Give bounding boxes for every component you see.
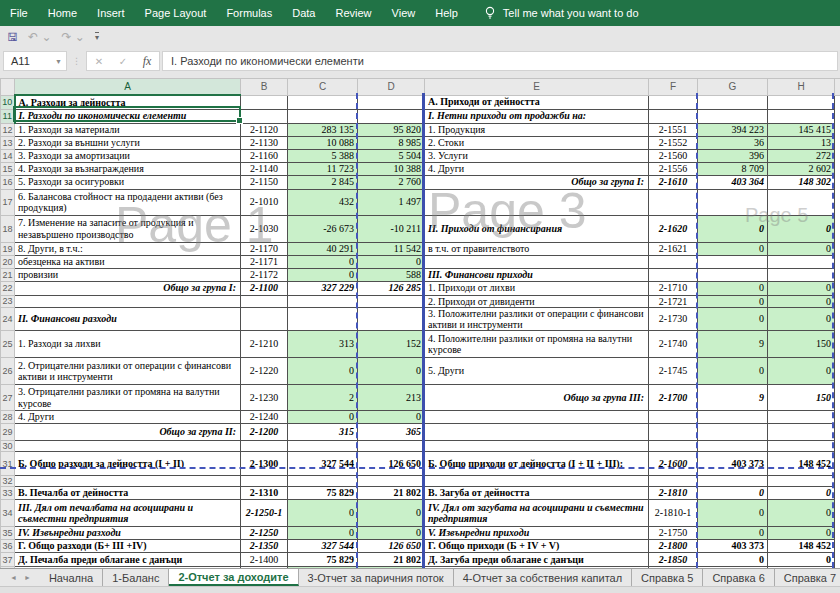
cell-B15[interactable]: 2-1140 [241, 162, 288, 175]
cell-G10[interactable] [698, 95, 768, 109]
cell-B19[interactable]: 2-1170 [241, 242, 288, 255]
sheet-tab-3-отчет-за-паричния-поток[interactable]: 3-Отчет за паричния поток [299, 569, 454, 586]
cell-D25[interactable]: 152 [358, 331, 425, 358]
cell-B22[interactable]: 2-1100 [241, 281, 288, 295]
cell-A18[interactable]: 7. Изменение на запасите от продукция и … [15, 215, 241, 242]
cell-G18[interactable]: 0 [698, 215, 768, 242]
cell-E30[interactable] [425, 441, 649, 452]
cell-G23[interactable]: 0 [698, 295, 768, 307]
cell-G14[interactable]: 396 [698, 149, 768, 162]
cell-F11[interactable] [649, 109, 698, 123]
cell-A24[interactable]: II. Финансови разходи [15, 307, 241, 330]
cell-C11[interactable] [288, 109, 358, 123]
cell-E24[interactable]: 3. Положителни разлики от операции с фин… [425, 307, 649, 330]
row-header-25[interactable]: 25 [1, 331, 15, 358]
cell-A28[interactable]: 4. Други [15, 411, 241, 424]
cell-G17[interactable] [698, 189, 768, 215]
cell-H34[interactable]: 0 [768, 500, 835, 527]
cell-A35[interactable]: IV. Извънредни разходи [15, 527, 241, 540]
ribbon-tab-home[interactable]: Home [38, 0, 87, 26]
cell-C19[interactable]: 40 291 [288, 242, 358, 255]
cell-F18[interactable]: 2-1620 [649, 215, 698, 242]
cell-E32[interactable] [425, 476, 649, 487]
cell-G28[interactable] [698, 411, 768, 424]
cell-G32[interactable] [698, 476, 768, 487]
cell-H29[interactable] [768, 424, 835, 441]
cell-G15[interactable]: 8 709 [698, 162, 768, 175]
row-header-36[interactable]: 36 [1, 540, 15, 553]
cancel-icon[interactable]: ✕ [87, 56, 111, 67]
cell-D31[interactable]: 126 650 [358, 452, 425, 476]
column-header-A[interactable]: A [15, 79, 241, 96]
cell-B24[interactable] [241, 307, 288, 330]
cell-F36[interactable]: 2-1800 [649, 540, 698, 553]
cell-E35[interactable]: V. Извънредни приходи [425, 527, 649, 540]
cell-F25[interactable]: 2-1740 [649, 331, 698, 358]
cell-D37[interactable]: 21 802 [358, 553, 425, 567]
cell-A19[interactable]: 8. Други, в т.ч.: [15, 242, 241, 255]
row-header-23[interactable]: 23 [1, 295, 15, 307]
cell-C26[interactable]: 0 [288, 358, 358, 385]
cell-F38[interactable] [649, 567, 698, 568]
cell-B35[interactable]: 2-1250 [241, 527, 288, 540]
cell-D28[interactable]: 0 [358, 411, 425, 424]
cell-B23[interactable] [241, 295, 288, 307]
cell-E28[interactable] [425, 411, 649, 424]
cell-E26[interactable]: 5. Други [425, 358, 649, 385]
cell-B12[interactable]: 2-1120 [241, 123, 288, 136]
cell-B11[interactable] [241, 109, 288, 123]
sheet-tab-4-отчет-за-собствения-капитал[interactable]: 4-Отчет за собствения капитал [454, 569, 632, 586]
cell-C34[interactable]: 0 [288, 500, 358, 527]
column-header-H[interactable]: H [768, 79, 835, 96]
cell-D17[interactable]: 1 497 [358, 189, 425, 215]
cell-C30[interactable] [288, 441, 358, 452]
ribbon-tab-file[interactable]: File [0, 0, 38, 26]
cell-A23[interactable] [15, 295, 241, 307]
cell-H37[interactable]: 0 [768, 553, 835, 567]
cell-A10[interactable]: А. Разходи за дейността [15, 95, 241, 109]
row-header-15[interactable]: 15 [1, 162, 15, 175]
sheet-nav-left-icon[interactable]: ◄ [10, 574, 17, 581]
cell-A21[interactable]: провизии [15, 268, 241, 281]
row-header-18[interactable]: 18 [1, 215, 15, 242]
cell-C12[interactable]: 283 135 [288, 123, 358, 136]
cell-B37[interactable]: 2-1400 [241, 553, 288, 567]
cell-G20[interactable] [698, 255, 768, 268]
cell-F26[interactable]: 2-1745 [649, 358, 698, 385]
cell-A25[interactable]: 1. Разходи за лихви [15, 331, 241, 358]
cell-E20[interactable] [425, 255, 649, 268]
ribbon-tab-page-layout[interactable]: Page Layout [135, 0, 217, 26]
cell-D34[interactable]: 0 [358, 500, 425, 527]
cell-H17[interactable] [768, 189, 835, 215]
cell-G25[interactable]: 9 [698, 331, 768, 358]
cell-E36[interactable]: Г. Общо приходи (Б + IV + V) [425, 540, 649, 553]
sheet-tab-начална[interactable]: Начална [40, 569, 103, 586]
cell-C18[interactable]: -26 673 [288, 215, 358, 242]
cell-F28[interactable] [649, 411, 698, 424]
row-header-22[interactable]: 22 [1, 281, 15, 295]
cell-F20[interactable] [649, 255, 698, 268]
cell-H11[interactable] [768, 109, 835, 123]
cell-B34[interactable]: 2-1250-1 [241, 500, 288, 527]
cell-A11[interactable]: I. Разходи по икономически елементи [15, 109, 241, 123]
cell-F33[interactable]: 2-1810 [649, 487, 698, 500]
row-header-19[interactable]: 19 [1, 242, 15, 255]
row-header-37[interactable]: 37 [1, 553, 15, 567]
cell-B25[interactable]: 2-1210 [241, 331, 288, 358]
cell-H31[interactable]: 148 452 [768, 452, 835, 476]
cell-F19[interactable]: 2-1621 [649, 242, 698, 255]
cell-E16[interactable]: Общо за група I: [425, 175, 649, 189]
cell-E21[interactable]: III. Финансови приходи [425, 268, 649, 281]
cell-C36[interactable]: 327 544 [288, 540, 358, 553]
row-header-28[interactable]: 28 [1, 411, 15, 424]
cell-H26[interactable]: 0 [768, 358, 835, 385]
cell-B27[interactable]: 2-1230 [241, 385, 288, 411]
cell-C17[interactable]: 432 [288, 189, 358, 215]
column-header-C[interactable]: C [288, 79, 358, 96]
cell-D15[interactable]: 10 388 [358, 162, 425, 175]
column-header-G[interactable]: G [698, 79, 768, 96]
cell-B14[interactable]: 2-1160 [241, 149, 288, 162]
cell-C21[interactable]: 0 [288, 268, 358, 281]
cell-F23[interactable]: 2-1721 [649, 295, 698, 307]
cell-G24[interactable]: 0 [698, 307, 768, 330]
